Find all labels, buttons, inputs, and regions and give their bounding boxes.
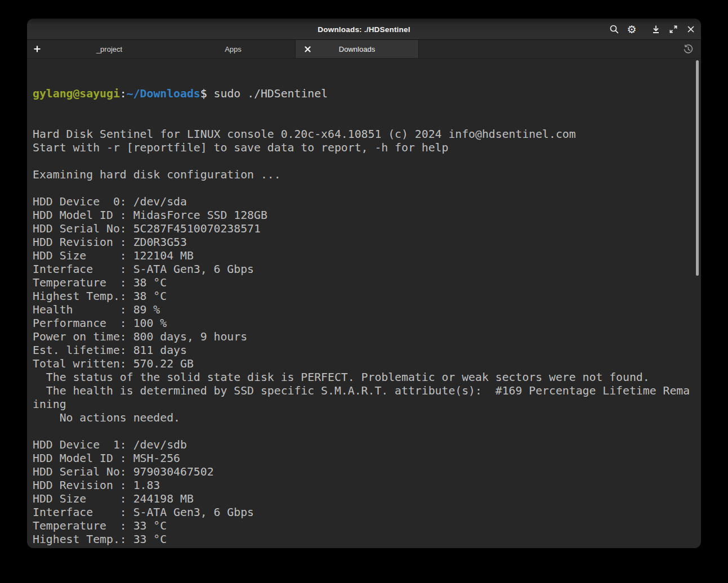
terminal-line: Health : 89 % [33,303,701,317]
scrollbar-thumb[interactable] [696,60,699,276]
terminal-line: HDD Size : 244198 MB [33,492,701,506]
tab-label: Apps [225,45,242,53]
tab-downloads[interactable]: Downloads [295,40,419,58]
terminal-line: Temperature : 33 °C [33,519,701,533]
search-icon[interactable] [609,24,619,34]
terminal-line: HDD Model ID : MSH-256 [33,452,701,465]
terminal-line: Health : 98 % [33,546,701,548]
titlebar-icons: ⚙ [609,19,696,40]
terminal-line: Start with -r [reportfile] to save data … [33,141,701,155]
titlebar[interactable]: Downloads: ./HDSentinel ⚙ [27,19,701,40]
terminal-line: Examining hard disk configuration ... [33,168,701,182]
new-tab-button[interactable] [27,40,47,58]
terminal-line: Interface : S-ATA Gen3, 6 Gbps [33,506,701,519]
terminal[interactable]: gylang@sayugi:~/Downloads$ sudo ./HDSent… [27,59,701,548]
terminal-line: Performance : 100 % [33,317,701,330]
terminal-line: HDD Revision : 1.83 [33,479,701,492]
prompt-user-host: gylang@sayugi [33,87,120,100]
history-icon[interactable] [678,40,698,58]
prompt-symbol: $ [200,87,207,100]
terminal-line: Highest Temp.: 38 °C [33,290,701,303]
terminal-line: HDD Revision : ZD0R3G53 [33,236,701,249]
terminal-line: HDD Model ID : MidasForce SSD 128GB [33,209,701,222]
tab-label: Downloads [339,45,375,53]
terminal-line: No actions needed. [33,411,701,425]
terminal-line: Total written: 570.22 GB [33,357,701,371]
tab-close-icon[interactable] [303,44,312,53]
terminal-line [33,182,701,195]
terminal-line: HDD Device 0: /dev/sda [33,195,701,209]
download-icon[interactable] [651,24,661,34]
terminal-line: HDD Size : 122104 MB [33,249,701,263]
terminal-line: HDD Serial No: 5C287F4510070238571 [33,222,701,236]
terminal-line: Temperature : 38 °C [33,276,701,290]
prompt-separator: : [120,87,127,100]
terminal-line [33,155,701,168]
terminal-line: The health is determined by SSD specific… [33,384,701,398]
terminal-line: The status of the solid state disk is PE… [33,371,701,384]
terminal-window: Downloads: ./HDSentinel ⚙ _project [27,19,701,548]
terminal-line: ining [33,398,701,411]
terminal-line: Highest Temp.: 33 °C [33,533,701,546]
window-title: Downloads: ./HDSentinel [27,19,701,40]
close-icon[interactable] [686,24,696,34]
gear-icon[interactable]: ⚙ [627,24,637,34]
tab-label: _project [96,45,122,53]
terminal-line: HDD Serial No: 979030467502 [33,465,701,479]
tabbar: _project Apps Downloads [27,40,701,59]
terminal-line [33,425,701,438]
terminal-line: Interface : S-ATA Gen3, 6 Gbps [33,263,701,276]
prompt-line: gylang@sayugi:~/Downloads$ sudo ./HDSent… [33,87,701,101]
tab-apps[interactable]: Apps [171,40,295,58]
terminal-line: Power on time: 800 days, 9 hours [33,330,701,344]
plus-icon [33,44,42,53]
prompt-path: ~/Downloads [127,87,200,100]
prompt-command: sudo ./HDSentinel [207,87,328,100]
terminal-line: Hard Disk Sentinel for LINUX console 0.2… [33,128,701,141]
tab-project[interactable]: _project [47,40,171,58]
tabbar-spacer [419,40,678,58]
terminal-line: Est. lifetime: 811 days [33,344,701,357]
terminal-line: HDD Device 1: /dev/sdb [33,438,701,452]
expand-icon[interactable] [668,24,678,34]
terminal-output: Hard Disk Sentinel for LINUX console 0.2… [33,128,701,548]
